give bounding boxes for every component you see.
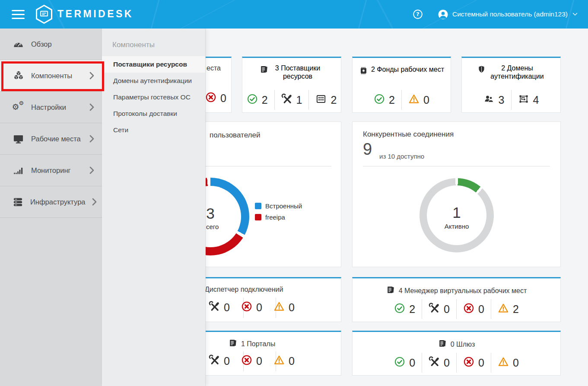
chevron-right-icon <box>89 103 94 111</box>
sidebar-item-settings[interactable]: ⚙⚙ Настройки <box>0 92 102 123</box>
sidebar-item-monitoring[interactable]: Мониторинг <box>0 155 102 186</box>
menu-icon[interactable] <box>12 10 25 19</box>
stat-maintenance: 0 <box>209 354 230 368</box>
document-icon <box>229 338 238 349</box>
card-connections: Конкурентные соединения 9 из 10 доступно… <box>352 121 561 267</box>
tools-icon <box>209 301 220 314</box>
warning-icon <box>273 301 285 314</box>
divider <box>422 299 422 319</box>
sidebar-item-label: Компоненты <box>31 72 72 80</box>
stat-ok: 0 <box>394 355 415 370</box>
divider <box>456 353 457 373</box>
stat-errors: 0 <box>241 354 262 368</box>
sidebar-item-overview[interactable]: Обзор <box>0 29 102 60</box>
error-icon <box>241 354 252 367</box>
sidebar-item-workplaces[interactable]: Рабочие места <box>0 123 102 155</box>
divider <box>456 299 457 319</box>
gears-icon: ⚙⚙ <box>12 102 25 113</box>
brand-title: TERMIDESK <box>57 8 133 20</box>
sidebar-item-infrastructure[interactable]: Инфраструктура <box>0 186 102 218</box>
error-icon <box>463 303 474 316</box>
divider <box>274 90 275 110</box>
svg-text:?: ? <box>416 11 419 17</box>
document-icon <box>260 65 269 76</box>
stat-maintenance: 0 <box>209 300 230 315</box>
ok-icon <box>394 356 405 369</box>
gauge-icon <box>12 38 25 50</box>
users-icon <box>483 93 495 106</box>
chip-icon <box>359 66 368 77</box>
stat-ok: 2 <box>394 302 415 316</box>
sidebar-item-label: Обзор <box>31 40 52 48</box>
error-icon <box>463 356 474 369</box>
chevron-right-icon <box>92 198 97 206</box>
sidebar-item-components[interactable]: Компоненты <box>0 60 102 92</box>
submenu-item-resource-providers[interactable]: Поставщики ресурсов <box>102 56 205 73</box>
sidebar-item-label: Настройки <box>31 103 66 112</box>
tools-icon <box>281 93 292 106</box>
divider <box>491 353 491 373</box>
card-auth-domains: 2 Домены аутентификации 3 4 <box>461 57 561 113</box>
card-title: 2 Фонды рабочих мест <box>353 66 451 77</box>
stat-maintenance: 0 <box>429 302 450 316</box>
error-icon <box>241 301 252 314</box>
tools-icon <box>209 354 220 367</box>
card-title: 3 Поставщики ресурсов <box>242 64 341 81</box>
sidebar-item-label: Мониторинг <box>31 166 71 175</box>
user-menu[interactable]: Системный пользователь (admin123) <box>438 9 578 20</box>
chevron-right-icon <box>89 72 94 80</box>
shield-icon <box>477 65 486 76</box>
user-label: Системный пользователь (admin123) <box>452 10 568 18</box>
stat-errors: 0 <box>241 300 262 315</box>
available-caption: из 10 доступно <box>379 153 424 160</box>
error-icon <box>205 92 216 105</box>
card-title-fragment: еста <box>207 64 221 72</box>
card-title-fragment: Диспетчер подключений <box>205 286 283 293</box>
tools-icon <box>429 303 440 316</box>
legend-swatch-blue <box>255 203 261 209</box>
tools-icon <box>429 356 440 369</box>
card-resource-providers: 3 Поставщики ресурсов 2 1 2 <box>242 57 341 113</box>
stat-errors: 0 <box>463 355 484 370</box>
ok-icon <box>374 93 385 106</box>
stat-maintenance: 0 <box>429 355 450 370</box>
stat-warnings: 0 <box>498 355 519 370</box>
available-value: 9 <box>363 140 372 159</box>
document-icon <box>438 339 447 350</box>
card-gateway: 0 Шлюз 0 0 0 0 <box>352 331 561 376</box>
warning-icon <box>408 93 420 106</box>
card-vdi-manager: 4 Менеджер виртуальных рабочих мест 2 0 … <box>352 277 561 322</box>
warning-icon <box>498 303 509 316</box>
sidebar-item-label: Инфраструктура <box>30 198 86 206</box>
stat-warnings: 0 <box>408 93 429 107</box>
divider <box>308 90 309 110</box>
card-title: 4 Менеджер виртуальных рабочих мест <box>353 285 560 296</box>
card-title-fragment: пользователей <box>210 131 260 140</box>
card-title: 1 Порталы <box>229 338 275 349</box>
submenu-item-networks[interactable]: Сети <box>102 122 205 138</box>
stat-ok: 2 <box>247 93 268 107</box>
divider <box>363 166 550 166</box>
chevron-down-icon <box>572 13 578 16</box>
cubes-icon <box>12 70 25 82</box>
card-title: 0 Шлюз <box>353 339 560 350</box>
grid-icon <box>315 93 327 106</box>
submenu-item-auth-domains[interactable]: Домены аутентификации <box>102 73 205 89</box>
help-icon[interactable]: ? <box>413 9 423 19</box>
stat-ok: 2 <box>374 93 395 107</box>
card-title: 2 Домены аутентификации <box>462 64 560 81</box>
chart-legend: Встроенный freeipa <box>255 202 302 221</box>
donut-center-caption: сего <box>206 223 219 230</box>
components-submenu: Компоненты Поставщики ресурсов Домены ау… <box>102 29 206 386</box>
sidebar-item-label: Рабочие места <box>31 135 81 143</box>
server-icon <box>12 196 24 208</box>
divider <box>401 90 402 110</box>
stat-users: 3 <box>483 93 505 107</box>
card-workplace-pools: 2 Фонды рабочих мест 2 0 <box>352 57 451 113</box>
legend-item: freeipa <box>255 214 302 221</box>
stat-groups: 4 <box>518 93 539 107</box>
submenu-item-delivery-protocols[interactable]: Протоколы доставки <box>102 105 205 122</box>
stat-templates: 2 <box>315 93 337 107</box>
submenu-item-guest-os[interactable]: Параметры гостевых ОС <box>102 89 205 105</box>
signal-icon <box>12 165 25 176</box>
